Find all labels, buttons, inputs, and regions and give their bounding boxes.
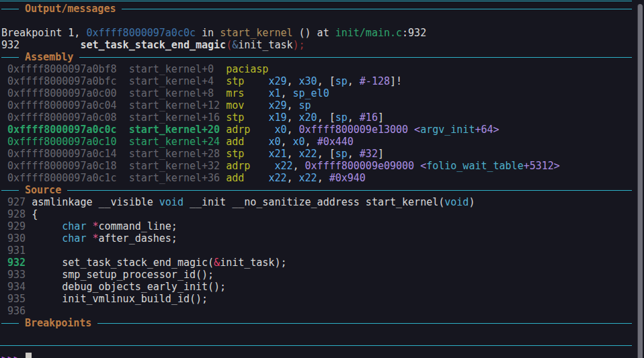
asm-line: 0xffff8000097a0c00 start_kernel+8 mrs x1… [1,87,632,99]
blank-line [1,329,632,341]
section-divider-assembly: Assembly [1,51,632,63]
asm-line: 0xffff8000097a0c14 start_kernel+28 stp x… [1,148,632,160]
section-title: Output/messages [25,3,116,15]
src-line: 936 [1,305,632,317]
console-line-source-echo: 932 set_task_stack_end_magic(&init_task)… [1,39,632,51]
scrollbar[interactable] [636,0,644,358]
command-prompt[interactable]: >>> [1,349,632,358]
section-divider-source: Source [1,184,632,196]
asm-line: 0xffff8000097a0c08 start_kernel+16 stp x… [1,111,632,124]
src-line: 935 init_vmlinux_build_id(); [1,293,632,305]
terminal-screen: Output/messagesBreakpoint 1, 0xffff80000… [0,0,644,358]
console-line-breakpoint-hit: Breakpoint 1, 0xffff8000097a0c0c in star… [1,27,632,39]
section-title: Breakpoints [25,317,91,329]
src-line: 931 [1,244,632,257]
section-divider-breakpoints: Breakpoints [1,317,632,329]
src-line: 927 asmlinkage __visible void __init __n… [1,196,632,208]
asm-line: 0xffff8000097a0bf8 start_kernel+0 pacias… [1,63,632,75]
asm-line-next: 0xffff8000097a0c10 start_kernel+24 add x… [1,136,632,148]
src-line: 934 debug_objects_early_init(); [1,281,632,293]
asm-line-current: 0xffff8000097a0c0c start_kernel+20 adrp … [1,124,632,136]
asm-line: 0xffff8000097a0c18 start_kernel+32 adrp … [1,160,632,172]
blank-line [1,15,632,27]
asm-line: 0xffff8000097a0c1c start_kernel+36 add x… [1,172,632,184]
src-line: 928 { [1,208,632,220]
src-line-current: 932 set_task_stack_end_magic(&init_task)… [1,257,632,269]
terminal-rows: Output/messagesBreakpoint 1, 0xffff80000… [1,3,632,349]
text-cursor [26,353,32,358]
prompt-symbol: >>> [1,353,19,358]
section-divider-output-messages: Output/messages [1,3,632,15]
dashboard-end-rule [0,341,632,349]
src-line: 933 smp_setup_processor_id(); [1,269,632,281]
section-title: Source [25,184,61,196]
src-line: 929 char *command_line; [1,220,632,232]
asm-line: 0xffff8000097a0bfc start_kernel+4 stp x2… [1,75,632,87]
asm-line: 0xffff8000097a0c04 start_kernel+12 mov x… [1,99,632,111]
gdb-dashboard: Output/messagesBreakpoint 1, 0xffff80000… [0,0,632,358]
section-title: Assembly [25,51,73,63]
src-line: 930 char *after_dashes; [1,232,632,244]
scrollbar-thumb[interactable] [637,4,643,358]
